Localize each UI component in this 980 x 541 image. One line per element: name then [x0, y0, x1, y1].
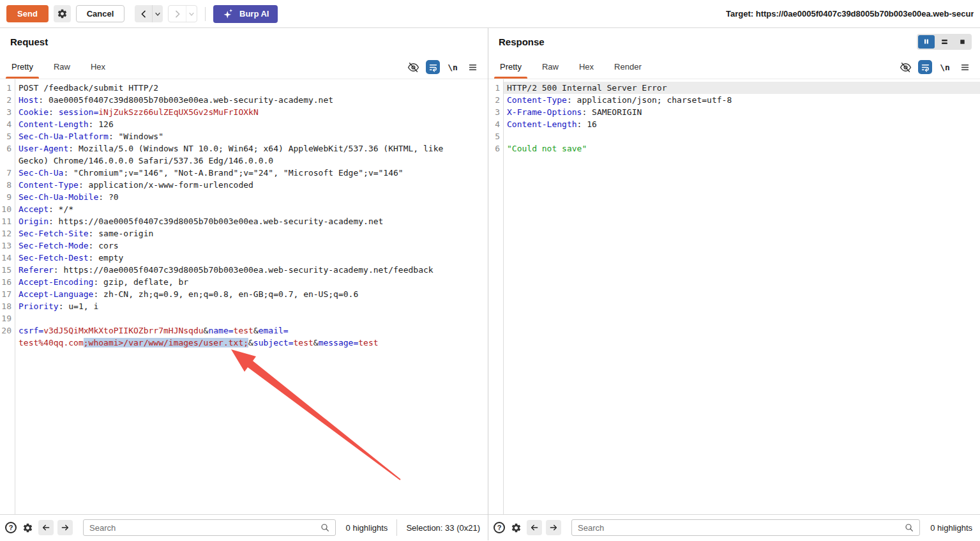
word-wrap-toggle-icon[interactable] — [918, 60, 932, 74]
search-input[interactable] — [84, 523, 320, 533]
arrow-right-icon — [60, 522, 70, 533]
line-number: 1 — [488, 82, 503, 94]
code-line[interactable]: 4Content-Length: 16 — [488, 118, 980, 130]
code-line[interactable]: 20csrf=v3dJ5QiMxMkXtoPIIKOZbrr7mHJNsqdu&… — [0, 324, 488, 337]
send-settings-gear-icon[interactable] — [54, 5, 71, 22]
code-line[interactable]: Gecko) Chrome/146.0.0.0 Safari/537.36 Ed… — [0, 155, 488, 167]
tab-hex[interactable]: Hex — [578, 55, 595, 79]
code-line[interactable]: 14Sec-Fetch-Dest: empty — [0, 252, 488, 264]
code-line[interactable]: 8Content-Type: application/x-www-form-ur… — [0, 179, 488, 191]
highlights-count: 0 highlights — [346, 523, 388, 533]
tab-pretty[interactable]: Pretty — [499, 55, 523, 79]
search-next-button[interactable] — [546, 520, 561, 535]
code-line[interactable]: 19 — [0, 312, 488, 324]
search-icon — [904, 522, 914, 533]
search-previous-button[interactable] — [527, 520, 542, 535]
code-line[interactable]: 10Accept: */* — [0, 203, 488, 215]
arrow-left-icon — [41, 522, 51, 533]
code-line[interactable]: 1HTTP/2 500 Internal Server Error — [488, 82, 980, 94]
line-number: 4 — [488, 118, 503, 130]
hide-nonprintable-icon[interactable] — [406, 60, 420, 74]
request-editor[interactable]: 1POST /feedback/submit HTTP/22Host: 0ae0… — [0, 79, 488, 514]
tab-render[interactable]: Render — [613, 55, 643, 79]
editor-menu-icon[interactable] — [958, 60, 972, 74]
response-tabs: PrettyRawHexRender — [499, 55, 643, 79]
code-line[interactable]: 4Content-Length: 126 — [0, 118, 488, 130]
code-line[interactable]: 11Origin: https://0ae0005f0407c39d8005b7… — [0, 215, 488, 227]
horizontal-rows-icon — [940, 38, 949, 46]
split-layout-button[interactable] — [936, 35, 953, 49]
code-line[interactable]: 5Sec-Ch-Ua-Platform: "Windows" — [0, 130, 488, 142]
repeater-panels: Request PrettyRawHex — [0, 28, 980, 540]
code-line[interactable]: 16Accept-Encoding: gzip, deflate, br — [0, 276, 488, 288]
tab-raw[interactable]: Raw — [52, 55, 72, 79]
forward-dropdown-button[interactable] — [186, 6, 197, 22]
selection-info: Selection: 33 (0x21) — [406, 523, 480, 533]
chevron-down-icon — [188, 10, 195, 18]
line-number: 10 — [0, 203, 15, 215]
editor-menu-icon[interactable] — [465, 60, 479, 74]
request-statusbar: ? — [0, 514, 488, 540]
code-line[interactable]: 12Sec-Fetch-Site: same-origin — [0, 227, 488, 240]
search-settings-gear-icon[interactable] — [20, 521, 34, 535]
search-next-button[interactable] — [57, 520, 73, 535]
back-dropdown-button[interactable] — [152, 5, 163, 22]
send-button[interactable]: Send — [6, 5, 49, 22]
code-line[interactable]: 3X-Frame-Options: SAMEORIGIN — [488, 106, 980, 118]
line-number: 18 — [0, 300, 15, 312]
code-line[interactable]: 2Content-Type: application/json; charset… — [488, 94, 980, 106]
code-line[interactable]: 6User-Agent: Mozilla/5.0 (Windows NT 10.… — [0, 142, 488, 155]
code-line[interactable]: 3Cookie: session=iNjZukSzz66ulZEqUX5Gv2s… — [0, 106, 488, 118]
request-panel: Request PrettyRawHex — [0, 28, 488, 540]
code-line[interactable]: 6"Could not save" — [488, 142, 980, 155]
code-line[interactable]: 7Sec-Ch-Ua: "Chromium";v="146", "Not-A.B… — [0, 167, 488, 179]
line-number: 9 — [0, 191, 15, 203]
response-editor[interactable]: 1HTTP/2 500 Internal Server Error2Conten… — [488, 79, 980, 514]
search-input[interactable] — [572, 523, 904, 533]
highlights-count: 0 highlights — [930, 523, 972, 533]
gear-icon — [57, 8, 68, 19]
code-line[interactable]: 2Host: 0ae0005f0407c39d8005b70b003e00ea.… — [0, 94, 488, 106]
code-line[interactable]: 15Referer: https://0ae0005f0407c39d8005b… — [0, 264, 488, 276]
line-number: 2 — [488, 94, 503, 106]
search-icon — [320, 522, 330, 533]
line-number: 15 — [0, 264, 15, 276]
forward-button[interactable] — [169, 6, 186, 22]
show-newlines-icon[interactable]: \n — [938, 60, 952, 74]
code-line[interactable]: 18Priority: u=1, i — [0, 300, 488, 312]
back-button[interactable] — [135, 5, 152, 22]
request-title: Request — [10, 36, 48, 47]
single-view-button[interactable] — [954, 35, 970, 49]
code-line[interactable]: 5 — [488, 130, 980, 142]
burp-ai-button[interactable]: Burp AI — [213, 5, 278, 23]
show-newlines-icon[interactable]: \n — [446, 60, 460, 74]
pause-response-button[interactable] — [918, 35, 935, 49]
help-icon[interactable]: ? — [5, 522, 17, 533]
line-number: 13 — [0, 240, 15, 252]
search-settings-gear-icon[interactable] — [509, 521, 523, 535]
word-wrap-toggle-icon[interactable] — [426, 60, 440, 74]
help-icon[interactable]: ? — [494, 522, 505, 533]
search-previous-button[interactable] — [38, 520, 54, 535]
line-number: 3 — [0, 106, 15, 118]
code-line[interactable]: 1POST /feedback/submit HTTP/2 — [0, 82, 488, 94]
line-number: 8 — [0, 179, 15, 191]
response-statusbar: ? — [488, 514, 980, 540]
line-number: 3 — [488, 106, 503, 118]
line-number — [0, 337, 15, 349]
square-icon — [958, 38, 967, 46]
tab-raw[interactable]: Raw — [541, 55, 560, 79]
code-line[interactable]: test%40qq.com;whoami>/var/www/images/use… — [0, 337, 488, 349]
cancel-button[interactable]: Cancel — [76, 5, 124, 22]
tab-pretty[interactable]: Pretty — [10, 55, 34, 79]
hide-nonprintable-icon[interactable] — [898, 60, 912, 74]
line-number: 6 — [0, 142, 15, 155]
statusbar-divider — [396, 519, 397, 536]
code-line[interactable]: 9Sec-Ch-Ua-Mobile: ?0 — [0, 191, 488, 203]
arrow-left-icon — [529, 522, 539, 533]
code-line[interactable]: 17Accept-Language: zh-CN, zh;q=0.9, en;q… — [0, 288, 488, 300]
chevron-left-icon — [139, 9, 149, 19]
code-line[interactable]: 13Sec-Fetch-Mode: cors — [0, 240, 488, 252]
tab-hex[interactable]: Hex — [89, 55, 107, 79]
layout-seg-control — [917, 34, 972, 50]
